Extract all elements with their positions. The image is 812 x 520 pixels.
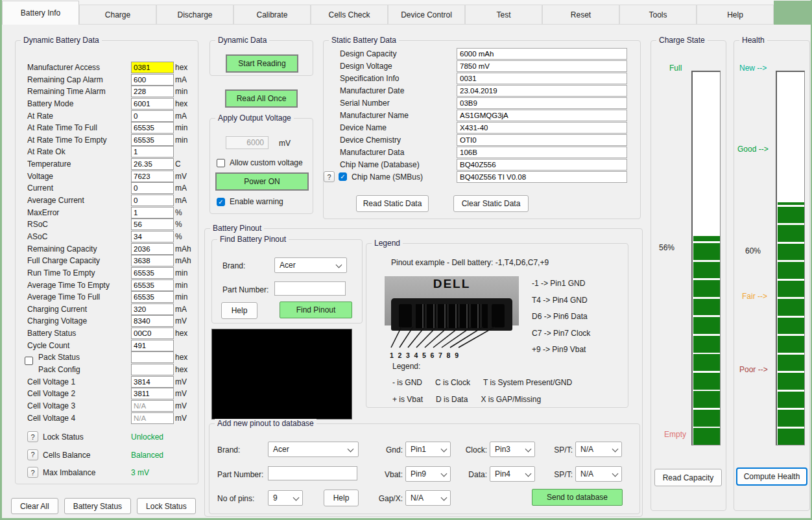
- data-select[interactable]: Pin4: [490, 466, 535, 482]
- compute-health-button[interactable]: Compute Health: [736, 467, 807, 486]
- good-label: Good -->: [737, 145, 769, 154]
- pin-number: 3: [406, 351, 410, 359]
- field-value-input[interactable]: [457, 85, 627, 97]
- tab[interactable]: Calibrate: [233, 5, 311, 25]
- send-to-database-button[interactable]: Send to database: [532, 489, 623, 506]
- field-value-input[interactable]: [131, 243, 174, 255]
- brand-value: Acer: [273, 445, 289, 454]
- read-capacity-button[interactable]: Read Capacity: [654, 469, 722, 486]
- help-button[interactable]: Help: [221, 302, 257, 319]
- field-value-input[interactable]: [131, 388, 174, 399]
- field-value-input[interactable]: [457, 134, 627, 146]
- action-button[interactable]: Lock Status: [137, 498, 196, 514]
- field-value-input[interactable]: [131, 400, 174, 412]
- gapx-select[interactable]: N/A: [405, 490, 451, 506]
- gnd-select[interactable]: Pin1: [405, 442, 451, 457]
- field-value-input[interactable]: [131, 110, 174, 122]
- field-value-input[interactable]: [131, 158, 174, 170]
- field-value-input[interactable]: [131, 207, 174, 219]
- help-icon[interactable]: ?: [324, 171, 335, 182]
- field-value-input[interactable]: [457, 110, 627, 121]
- start-reading-button[interactable]: Start Reading: [226, 54, 298, 73]
- field-value-input[interactable]: [131, 364, 174, 375]
- field-value-input[interactable]: [457, 48, 627, 60]
- output-voltage-input[interactable]: [226, 136, 269, 149]
- tab[interactable]: Discharge: [156, 5, 233, 25]
- clear-static-data-button[interactable]: Clear Static Data: [453, 195, 529, 212]
- chip-name-smbus-checkbox[interactable]: ✓: [339, 172, 347, 181]
- field-value-input[interactable]: [131, 376, 174, 388]
- field-value-input[interactable]: [131, 340, 174, 351]
- field-value-input[interactable]: [131, 231, 174, 242]
- part-number-input[interactable]: [274, 281, 346, 296]
- help-icon[interactable]: ?: [27, 467, 38, 478]
- field-value-input[interactable]: [131, 291, 174, 303]
- tab[interactable]: Tools: [619, 5, 697, 25]
- dynamic-data-row: At Rate Time To Full min: [16, 122, 198, 134]
- help-icon[interactable]: ?: [27, 431, 38, 442]
- field-value-input[interactable]: [131, 303, 174, 315]
- field-value-input[interactable]: [131, 327, 174, 339]
- no-of-pins-select[interactable]: 9: [268, 490, 303, 506]
- tab[interactable]: Cells Check: [311, 5, 388, 25]
- field-value-input[interactable]: [131, 351, 174, 363]
- pin-numbers: 123456789: [390, 351, 459, 359]
- field-value-input[interactable]: [457, 97, 627, 109]
- spt1-select[interactable]: N/A: [575, 442, 622, 457]
- field-value-input[interactable]: [131, 62, 174, 73]
- row-prefix: ? ✓: [324, 171, 347, 182]
- field-value-input[interactable]: [457, 159, 627, 171]
- field-value-input[interactable]: [131, 134, 174, 146]
- group-title: Battery Pinout: [210, 224, 264, 233]
- field-value-input[interactable]: [131, 412, 174, 424]
- add-help-button[interactable]: Help: [324, 490, 359, 506]
- field-label: At Rate Time To Empty: [27, 136, 107, 145]
- field-value-input[interactable]: [457, 147, 627, 158]
- field-unit: mV: [175, 414, 187, 423]
- action-button[interactable]: Battery Status: [64, 498, 131, 514]
- read-static-data-button[interactable]: Read Static Data: [356, 195, 429, 212]
- field-value-input[interactable]: [131, 315, 174, 327]
- tab-label: Reset: [571, 10, 591, 19]
- field-value-input[interactable]: [131, 279, 174, 291]
- field-value-input[interactable]: [131, 86, 174, 97]
- read-all-once-button[interactable]: Read All Once: [225, 89, 298, 108]
- enable-warning-checkbox[interactable]: ✓: [217, 198, 225, 206]
- allow-custom-voltage-checkbox[interactable]: [217, 159, 225, 167]
- vbat-select[interactable]: Pin9: [405, 466, 451, 482]
- brand-select[interactable]: Acer: [274, 257, 347, 273]
- field-value-input[interactable]: [457, 171, 627, 183]
- add-brand-select[interactable]: Acer: [268, 442, 359, 457]
- tab[interactable]: Battery Info: [2, 1, 79, 25]
- spt2-select[interactable]: N/A: [575, 466, 622, 482]
- field-value-input[interactable]: [131, 267, 174, 279]
- field-value-input[interactable]: [457, 60, 627, 72]
- tab[interactable]: Charge: [79, 5, 156, 25]
- tab[interactable]: Device Control: [388, 5, 465, 25]
- field-value-input[interactable]: [131, 98, 174, 110]
- field-value-input[interactable]: [131, 146, 174, 158]
- find-pinout-button[interactable]: Find Pinout: [280, 301, 352, 318]
- add-part-number-input[interactable]: [268, 466, 357, 480]
- dynamic-data-row: Battery Status hex: [16, 327, 198, 340]
- field-value-input[interactable]: [457, 73, 627, 84]
- tab[interactable]: Help: [697, 5, 774, 25]
- chevron-down-icon: [441, 495, 448, 501]
- pin-mapping-line: -1 -> Pin1 GND: [532, 279, 590, 296]
- chevron-down-icon: [441, 446, 448, 453]
- power-on-button[interactable]: Power ON: [215, 172, 309, 191]
- field-value-input[interactable]: [131, 74, 174, 86]
- field-value-input[interactable]: [131, 219, 174, 230]
- field-value-input[interactable]: [131, 171, 174, 182]
- field-value-input[interactable]: [131, 195, 174, 206]
- field-value-input[interactable]: [131, 182, 174, 194]
- help-icon[interactable]: ?: [27, 449, 38, 460]
- tab[interactable]: Test: [465, 5, 542, 25]
- field-value-input[interactable]: [457, 122, 627, 134]
- action-button[interactable]: Clear All: [11, 498, 58, 514]
- tab[interactable]: Reset: [542, 5, 619, 25]
- field-value-input[interactable]: [131, 255, 174, 266]
- clock-select[interactable]: Pin3: [490, 442, 535, 457]
- field-value-input[interactable]: [131, 122, 174, 134]
- no-of-pins-label: No of pins:: [217, 494, 254, 503]
